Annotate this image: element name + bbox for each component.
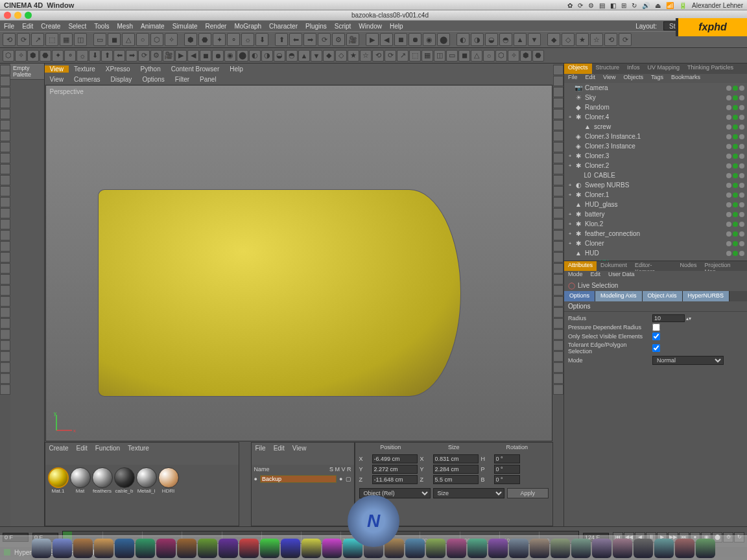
- side-tool-icon[interactable]: [0, 120, 10, 130]
- side-tool-icon[interactable]: [0, 384, 10, 395]
- attr-tab[interactable]: Nodes: [676, 261, 701, 271]
- side-tool-icon[interactable]: [553, 142, 563, 152]
- view-tab-xpresso[interactable]: XPresso: [101, 65, 136, 73]
- visibility-dots[interactable]: [726, 154, 744, 159]
- object-tab[interactable]: Infos: [623, 64, 644, 74]
- view-tab-python[interactable]: Python: [136, 65, 166, 73]
- layer-menu-file[interactable]: File: [252, 445, 270, 452]
- menu-help[interactable]: Help: [386, 23, 407, 30]
- object-name[interactable]: Cloner.4: [584, 113, 726, 121]
- coord-input[interactable]: [433, 475, 479, 484]
- expand-icon[interactable]: +: [567, 221, 573, 227]
- side-tool-icon[interactable]: [0, 362, 10, 373]
- side-tool-icon[interactable]: [553, 274, 563, 285]
- side-tool-icon[interactable]: [0, 241, 10, 251]
- toolbar-icon[interactable]: ★: [576, 33, 589, 46]
- toolbar-icon[interactable]: ⬡: [150, 33, 163, 46]
- menu-script[interactable]: Script: [331, 23, 355, 30]
- object-name[interactable]: HUD_glass: [584, 201, 726, 208]
- object-row[interactable]: ◈Cloner.3 Instance: [564, 141, 747, 151]
- side-tool-icon[interactable]: [553, 351, 563, 362]
- side-tool-icon[interactable]: [0, 285, 10, 296]
- side-tool-icon[interactable]: [0, 208, 10, 218]
- side-tool-icon[interactable]: [553, 76, 563, 86]
- toolbar-icon[interactable]: ○: [136, 33, 149, 46]
- expand-icon[interactable]: +: [567, 163, 573, 169]
- toolbar-icon[interactable]: ↗: [31, 33, 44, 46]
- expand-icon[interactable]: +: [567, 211, 573, 217]
- object-tab[interactable]: Structure: [592, 64, 624, 74]
- toolbar-icon[interactable]: ▦: [60, 33, 73, 46]
- toolbar-icon[interactable]: ◓: [286, 50, 298, 62]
- menu-tools[interactable]: Tools: [90, 23, 113, 30]
- object-name[interactable]: Cloner.3 Instance: [584, 143, 726, 150]
- object-menu-tags[interactable]: Tags: [647, 74, 667, 83]
- menu-character[interactable]: Character: [265, 23, 302, 30]
- object-name[interactable]: CABLE: [593, 172, 726, 179]
- radio-icon[interactable]: ◯: [568, 282, 575, 289]
- object-row[interactable]: +✱Cloner.1: [564, 190, 747, 200]
- toolbar-icon[interactable]: ◉: [423, 33, 436, 46]
- layer-panel[interactable]: FileEditView Name S M V R ● ●▢: [251, 442, 355, 526]
- side-tool-icon[interactable]: [0, 219, 10, 229]
- side-tool-icon[interactable]: [553, 241, 563, 251]
- side-tool-icon[interactable]: [553, 197, 563, 207]
- object-name[interactable]: Random: [584, 104, 726, 111]
- visibility-dots[interactable]: [726, 212, 744, 217]
- apply-button[interactable]: Apply: [507, 488, 549, 498]
- side-tool-icon[interactable]: [0, 142, 10, 152]
- side-tool-icon[interactable]: [553, 208, 563, 218]
- object-row[interactable]: ▲screw: [564, 122, 747, 132]
- dock-app-icon[interactable]: [73, 539, 93, 558]
- visibility-dots[interactable]: [726, 163, 744, 169]
- menu-edit[interactable]: Edit: [18, 23, 37, 30]
- right-tool-column[interactable]: [553, 64, 563, 526]
- side-tool-icon[interactable]: [0, 175, 10, 185]
- visibility-dots[interactable]: [726, 86, 744, 91]
- object-row[interactable]: +◐Sweep NURBS: [564, 180, 747, 190]
- side-tool-icon[interactable]: [553, 230, 563, 240]
- side-tool-icon[interactable]: [553, 252, 563, 262]
- toolbar-icon[interactable]: ✧: [508, 50, 519, 62]
- menu-select[interactable]: Select: [64, 23, 90, 30]
- toolbar-primary[interactable]: ⟲⟳↗⬚▦◫▭◼△○⬡✧⬢⬣✦⚬☼⬇⬆⬅➡⟳⚙🎥▶◀⏹⏺◉⬤◐◑◒◓▲▼◆◇★☆…: [0, 31, 747, 48]
- attr-subtab[interactable]: HyperNURBS: [683, 291, 730, 301]
- dock-app-icon[interactable]: [592, 539, 611, 558]
- toolbar-icon[interactable]: ⏹: [394, 33, 407, 46]
- main-menubar[interactable]: FileEditCreateSelectToolsMeshAnimateSimu…: [0, 21, 747, 31]
- object-manager-menu[interactable]: FileEditViewObjectsTagsBookmarks: [564, 74, 747, 83]
- toolbar-icon[interactable]: ▼: [311, 50, 322, 62]
- toolbar-icon[interactable]: △: [471, 50, 482, 62]
- visibility-dots[interactable]: [726, 202, 744, 207]
- attr-tab[interactable]: Attributes: [564, 261, 597, 271]
- side-tool-icon[interactable]: [553, 186, 563, 196]
- dock-app-icon[interactable]: [613, 539, 632, 558]
- object-menu-objects[interactable]: Objects: [619, 74, 647, 83]
- dock-app-icon[interactable]: [115, 539, 134, 558]
- object-row[interactable]: ◈Cloner.3 Instance.1: [564, 132, 747, 141]
- toolbar-icon[interactable]: ★: [348, 50, 359, 62]
- expand-icon[interactable]: +: [567, 153, 573, 159]
- side-tool-icon[interactable]: [0, 263, 10, 274]
- view-tab-bar[interactable]: ViewTextureXPressoPythonContent BrowserH…: [45, 64, 554, 75]
- dock-app-icon[interactable]: [322, 539, 342, 558]
- toolbar-icon[interactable]: ◀: [187, 50, 199, 62]
- side-tool-icon[interactable]: [553, 384, 563, 395]
- toolbar-icon[interactable]: ☼: [241, 33, 254, 46]
- visibility-dots[interactable]: [726, 183, 744, 188]
- menu-simulate[interactable]: Simulate: [169, 23, 202, 30]
- side-tool-icon[interactable]: [553, 296, 563, 307]
- object-name[interactable]: feather_connection: [584, 230, 726, 237]
- side-tool-icon[interactable]: [553, 329, 563, 340]
- material-menu-texture[interactable]: Texture: [124, 445, 153, 452]
- attribute-manager[interactable]: AttributesDokumentEditor-KameraNodesProj…: [564, 261, 747, 526]
- side-tool-icon[interactable]: [553, 87, 563, 97]
- view-tab-view[interactable]: View: [45, 65, 69, 73]
- attr-subtab[interactable]: Object Axis: [643, 291, 683, 301]
- toolbar-icon[interactable]: ◇: [562, 33, 575, 46]
- object-name[interactable]: Cloner.1: [584, 191, 726, 198]
- material-menu-edit[interactable]: Edit: [73, 445, 91, 452]
- visibility-dots[interactable]: [726, 241, 744, 246]
- viewport-menu-cameras[interactable]: Cameras: [69, 76, 106, 83]
- viewport-menu-panel[interactable]: Panel: [195, 76, 222, 83]
